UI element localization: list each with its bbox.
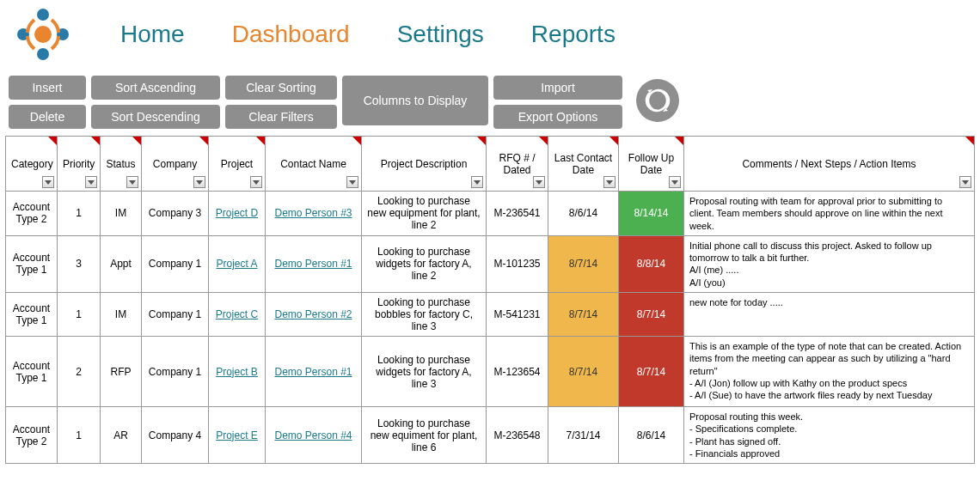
cell: RFP [101,337,142,407]
cell: 1 [58,407,101,464]
cell: 7/31/14 [548,407,619,464]
cell: Looking to purchase new equiment for pla… [362,407,487,464]
cell-comments: Initial phone call to discuss this proje… [684,235,975,292]
toolbar: Insert Delete Sort Ascending Sort Descen… [0,69,980,136]
link[interactable]: Demo Person #1 [274,258,352,270]
cell: Demo Person #2 [266,293,362,337]
cell: 8/7/14 [548,293,619,337]
table-row[interactable]: Account Type 12RFPCompany 1Project BDemo… [6,337,975,407]
filter-arrow-icon[interactable] [669,176,681,188]
filter-arrow-icon[interactable] [250,176,262,188]
sort-asc-button[interactable]: Sort Ascending [91,76,220,100]
nav-dashboard[interactable]: Dashboard [232,21,350,48]
filter-arrow-icon[interactable] [126,176,138,188]
col-header-category[interactable]: Category [6,137,58,192]
cell: 8/7/14 [619,293,684,337]
sort-desc-button[interactable]: Sort Descending [91,105,220,129]
cell: 2 [58,337,101,407]
cell: Project D [209,192,266,236]
cell: 8/8/14 [619,235,684,292]
table-row[interactable]: Account Type 21IMCompany 3Project DDemo … [6,192,975,236]
refresh-icon[interactable] [636,79,679,122]
cell-comments: Proposal routing this week. - Specificat… [684,407,975,464]
cell: Company 3 [142,192,209,236]
nav: Home Dashboard Settings Reports [120,21,616,48]
filter-arrow-icon[interactable] [471,176,483,188]
filter-arrow-icon[interactable] [959,176,971,188]
cell: 3 [58,235,101,292]
filter-arrow-icon[interactable] [85,176,97,188]
cell: M-541231 [487,293,548,337]
columns-display-button[interactable]: Columns to Display [342,76,488,125]
filter-arrow-icon[interactable] [603,176,616,188]
cell: Demo Person #4 [266,407,362,464]
nav-settings[interactable]: Settings [397,21,484,48]
table-row[interactable]: Account Type 21ARCompany 4Project EDemo … [6,407,975,464]
cell: Project E [209,407,266,464]
cell: Project A [209,235,266,292]
clear-filters-button[interactable]: Clear Filters [225,105,337,129]
cell: Account Type 2 [6,192,58,236]
cell-comments: This is an example of the type of note t… [684,337,975,407]
cell: 8/6/14 [619,407,684,464]
link[interactable]: Project B [216,366,258,378]
link[interactable]: Demo Person #3 [274,207,352,219]
export-button[interactable]: Export Options [493,105,622,129]
cell-comments: Proposal routing with team for approval … [684,192,975,236]
col-header-comments[interactable]: Comments / Next Steps / Action Items [684,137,975,192]
svg-point-1 [37,9,49,21]
cell: AR [101,407,142,464]
filter-arrow-icon[interactable] [193,176,205,188]
col-header-project[interactable]: Project [209,137,266,192]
col-header-priority[interactable]: Priority [58,137,101,192]
cell: 1 [58,293,101,337]
filter-arrow-icon[interactable] [533,176,545,188]
col-header-last-contact[interactable]: Last Contact Date [548,137,619,192]
cell: M-236541 [487,192,548,236]
nav-home[interactable]: Home [120,21,185,48]
cell: Project C [209,293,266,337]
link[interactable]: Project A [216,258,257,270]
filter-arrow-icon[interactable] [346,176,358,188]
link[interactable]: Project D [216,207,258,219]
cell: Account Type 2 [6,407,58,464]
col-header-company[interactable]: Company [142,137,209,192]
nav-reports[interactable]: Reports [531,21,616,48]
cell: Demo Person #1 [266,337,362,407]
link[interactable]: Demo Person #4 [274,429,352,441]
cell: Project B [209,337,266,407]
import-button[interactable]: Import [493,76,622,100]
cell: Company 1 [142,293,209,337]
link[interactable]: Demo Person #1 [274,366,352,378]
cell: Demo Person #1 [266,235,362,292]
cell: IM [101,293,142,337]
col-header-follow-up[interactable]: Follow Up Date [619,137,684,192]
cell: Account Type 1 [6,235,58,292]
link[interactable]: Project E [216,429,258,441]
cell: 8/7/14 [619,337,684,407]
col-header-status[interactable]: Status [101,137,142,192]
cell: 1 [58,192,101,236]
insert-button[interactable]: Insert [9,76,86,100]
col-header-contact[interactable]: Contact Name [266,137,362,192]
cell: Appt [101,235,142,292]
table-row[interactable]: Account Type 11IMCompany 1Project CDemo … [6,293,975,337]
cell: Company 1 [142,235,209,292]
filter-arrow-icon[interactable] [42,176,54,188]
data-table-wrap: Category Priority Status Company Project… [0,136,980,464]
table-header-row: Category Priority Status Company Project… [6,137,975,192]
col-header-rfq[interactable]: RFQ # / Dated [487,137,548,192]
col-header-description[interactable]: Project Description [362,137,487,192]
svg-point-2 [37,48,49,60]
header: Home Dashboard Settings Reports [0,0,980,69]
cell: Account Type 1 [6,337,58,407]
link[interactable]: Demo Person #2 [274,308,352,320]
cell: M-101235 [487,235,548,292]
cell: Account Type 1 [6,293,58,337]
cell: Company 4 [142,407,209,464]
clear-sorting-button[interactable]: Clear Sorting [225,76,337,100]
link[interactable]: Project C [216,308,258,320]
table-row[interactable]: Account Type 13ApptCompany 1Project ADem… [6,235,975,292]
cell: Looking to purchase new equipment for pl… [362,192,487,236]
delete-button[interactable]: Delete [9,105,86,129]
